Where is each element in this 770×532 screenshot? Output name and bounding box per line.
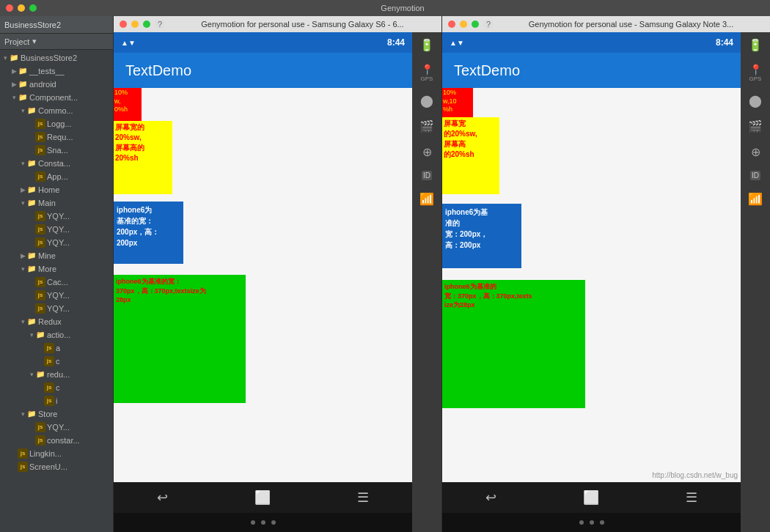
emu2-dot-red[interactable] [448, 21, 455, 28]
status-signal-1: ▲▼ [121, 39, 136, 47]
tree-item[interactable]: ▾ 📁 BusinessStore2 [0, 51, 113, 64]
tree-item[interactable]: ▶ 📁 Mine [0, 249, 113, 262]
tree-item[interactable]: ▾ 📁 Consta... [0, 157, 113, 170]
tree-item[interactable]: ▾ 📁 Commo... [0, 104, 113, 117]
tree-item[interactable]: js a [0, 341, 113, 355]
tree-item[interactable]: js YQY... [0, 421, 113, 434]
film-icon-1[interactable]: 🎬 [419, 119, 434, 133]
tree-item[interactable]: ▾ 📁 Store [0, 407, 113, 421]
home-btn-1[interactable]: ⬜ [254, 489, 271, 506]
dot-yellow[interactable] [18, 4, 25, 12]
phone-content-2: 10% w,10 %h 屏幕宽 的20%sw, 屏幕高 的20%sh iphon… [442, 88, 741, 482]
emulator-1: ? Genymotion for personal use - Samsung … [114, 16, 442, 532]
app-bar-2: TextDemo [442, 53, 741, 88]
emu1-dot-green[interactable] [143, 21, 150, 28]
app-title-2: TextDemo [454, 62, 520, 79]
emu2-dot-green[interactable] [472, 21, 479, 28]
tree-item[interactable]: js Sna... [0, 144, 113, 157]
ide-tree: ▾ 📁 BusinessStore2 ▶ 📁 __tests__ ▶ 📁 and… [0, 50, 113, 531]
arrows-icon-1[interactable]: ⊕ [422, 145, 432, 159]
green-block-2: iphone6为基准的 宽：370px，高：370px,texts ize为28… [442, 280, 585, 408]
tree-item[interactable]: ▾ 📁 actio... [0, 328, 113, 341]
id-icon-1[interactable]: ID [422, 171, 432, 180]
status-signal-2: ▲▼ [450, 39, 464, 47]
tree-item[interactable]: js YQY... [0, 210, 113, 223]
emu2-dot-yellow[interactable] [460, 21, 467, 28]
project-dropdown[interactable]: Project [4, 37, 29, 46]
dot-green[interactable] [29, 4, 37, 12]
emulator-2: ? Genymotion for personal use - Samsung … [442, 16, 770, 532]
yellow-block-1: 屏幕宽的 20%sw, 屏幕高的 20%sh [114, 121, 172, 194]
tree-item[interactable]: js c [0, 381, 113, 394]
film-icon-2[interactable]: 🎬 [748, 119, 763, 133]
phone-content-1: 10% w, 0%h 屏幕宽的 20%sw, 屏幕高的 20%sh iphone… [114, 88, 412, 482]
emu2-title-bar: ? Genymotion for personal use - Samsung … [442, 16, 770, 32]
tree-item[interactable]: js i [0, 394, 113, 407]
phone-nav-1: ↩ ⬜ ☰ [114, 482, 412, 513]
back-btn-2[interactable]: ↩ [485, 489, 496, 506]
tree-item[interactable]: js YQY... [0, 289, 113, 302]
status-bar-1: ▲▼ 8:44 [114, 32, 412, 53]
recent-btn-2[interactable]: ☰ [686, 489, 697, 506]
tree-item[interactable]: js YQY... [0, 236, 113, 249]
gps-icon-1[interactable]: 📍 GPS [421, 64, 433, 82]
camera-icon-2[interactable]: ⬤ [749, 94, 762, 108]
app-bar-1: TextDemo [114, 53, 412, 88]
yellow-block-2: 屏幕宽 的20%sw, 屏幕高 的20%sh [442, 117, 499, 194]
home-btn-2[interactable]: ⬜ [583, 489, 599, 506]
recent-btn-1[interactable]: ☰ [357, 489, 369, 506]
tree-item[interactable]: ▾ 📁 Main [0, 196, 113, 210]
camera-icon-1[interactable]: ⬤ [420, 94, 433, 108]
tree-item[interactable]: ▾ 📁 redu... [0, 368, 113, 381]
emu1-side-panel: 🔋 📍 GPS ⬤ 🎬 ⊕ ID 📶 [412, 32, 441, 532]
emu1-help[interactable]: ? [155, 19, 165, 29]
tree-item[interactable]: js c [0, 355, 113, 368]
tree-item-more[interactable]: ▾ 📁 More [0, 262, 113, 276]
ide-project-bar[interactable]: Project ▾ [0, 34, 113, 50]
tree-item[interactable]: js Cac... [0, 276, 113, 289]
battery-icon-1[interactable]: 🔋 [419, 38, 434, 52]
ide-app-title: BusinessStore2 [4, 21, 61, 29]
tree-item[interactable]: ▶ 📁 Home [0, 183, 113, 196]
status-time-1: 8:44 [387, 37, 405, 48]
tree-item[interactable]: js constar... [0, 434, 113, 447]
tree-item[interactable]: js Lingkin... [0, 447, 113, 460]
emu1-dot-yellow[interactable] [131, 21, 139, 28]
arrows-icon-2[interactable]: ⊕ [751, 145, 760, 159]
project-dropdown-arrow[interactable]: ▾ [32, 37, 37, 46]
tree-item[interactable]: js App... [0, 170, 113, 183]
status-bar-2: ▲▼ 8:44 [442, 32, 741, 53]
id-icon-2[interactable]: ID [750, 171, 760, 180]
emu2-title-text: Genymotion for personal use - Samsung Ga… [498, 20, 764, 29]
green-block-1: iphone6为基准的宽： 370px，高：370px,textsize为 28… [114, 275, 246, 403]
tree-item[interactable]: js Requ... [0, 130, 113, 144]
wifi-icon-2[interactable]: 📶 [748, 192, 763, 206]
gps-icon-2[interactable]: 📍 GPS [749, 64, 762, 82]
blue-block-1: iphone6为 基准的宽： 200px，高： 200px [114, 202, 183, 264]
phone-nav-2: ↩ ⬜ ☰ [442, 482, 741, 513]
title-text: Genymotion [381, 4, 424, 12]
tree-item[interactable]: ▶ 📁 android [0, 78, 113, 91]
tree-item[interactable]: js ScreenU... [0, 460, 113, 473]
tree-item[interactable]: ▾ 📁 Component... [0, 91, 113, 104]
wifi-icon-1[interactable]: 📶 [419, 192, 434, 206]
watermark: http://blog.csdn.net/w_bug [652, 471, 738, 479]
status-time-2: 8:44 [716, 37, 733, 48]
battery-icon-2[interactable]: 🔋 [748, 38, 763, 52]
tree-item[interactable]: js Logg... [0, 117, 113, 130]
tree-item[interactable]: ▾ 📁 Redux [0, 315, 113, 328]
emu2-side-panel: 🔋 📍 GPS ⬤ 🎬 ⊕ ID 📶 [741, 32, 770, 532]
emu1-dot-red[interactable] [120, 21, 127, 28]
tree-item[interactable]: ▶ 📁 __tests__ [0, 64, 113, 78]
tree-item[interactable]: js YQY... [0, 223, 113, 236]
back-btn-1[interactable]: ↩ [157, 489, 168, 506]
emu1-title-bar: ? Genymotion for personal use - Samsung … [114, 16, 441, 32]
tree-item[interactable]: js YQY... [0, 302, 113, 315]
phone-screen-2: ▲▼ 8:44 TextDemo 10% w,10 %h 屏幕宽 的20%sw, [442, 32, 741, 532]
dot-red[interactable] [6, 4, 13, 12]
phone-bottom-2 [442, 513, 741, 532]
ide-top-bar: BusinessStore2 [0, 16, 113, 34]
ide-sidebar: BusinessStore2 Project ▾ ▾ 📁 BusinessSto… [0, 16, 114, 532]
phone-screen-1: ▲▼ 8:44 TextDemo 10% w, 0%h 屏幕宽的 20%sw, … [114, 32, 412, 532]
emu2-help[interactable]: ? [483, 19, 494, 29]
